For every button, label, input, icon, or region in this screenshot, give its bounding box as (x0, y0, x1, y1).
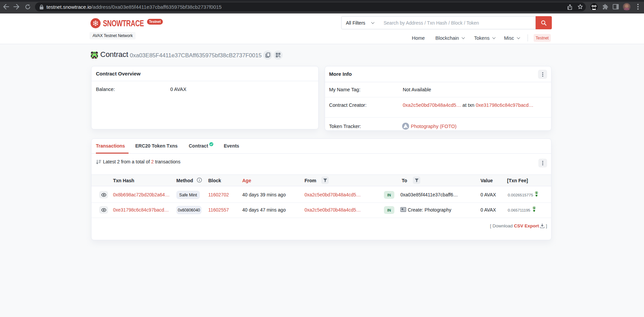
svg-text:$: $ (536, 191, 537, 194)
svg-text:$: $ (533, 207, 535, 210)
